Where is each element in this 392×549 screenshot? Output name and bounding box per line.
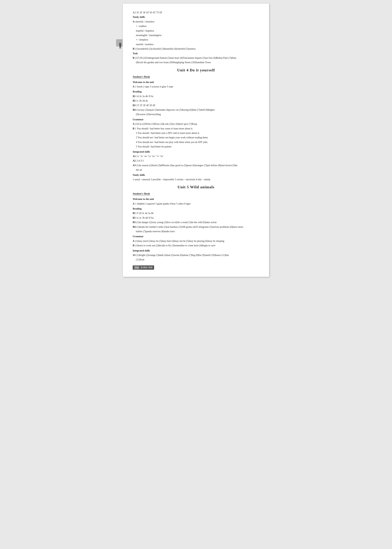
unit4-grammar-label: Grammar	[133, 118, 259, 121]
unit4-grammar-a-row: A (1)Cut (2)Write (3)Draw (4)Look (5)try…	[133, 122, 259, 126]
study-skills-b-label: B	[133, 48, 134, 50]
unit5-integrated-label: Integrated skills	[133, 249, 259, 253]
unit4-welcome-a-row: A 1 brush 2 tape 3 scissors 4 glue 5 rop…	[133, 85, 259, 89]
unit5-welcome-section: Welcome to the unit A 1 dolphin 2 squirr…	[133, 197, 259, 206]
page: 教材习题答案 A3 1F 2F 3F 4T 5F 6T 7T 8T Study …	[123, 4, 269, 277]
unit5-grammar-label: Grammar	[133, 235, 259, 238]
unit5-b3-row: B3 (1)in danger (2)very young (3)live on…	[133, 221, 259, 224]
unit5-students-book-wrapper: Student's Book	[133, 191, 259, 196]
unit4-integrated-section: Integrated skills A1 2✓ 3✓ 4✓ 5✓ 6✓ 7✓ 9…	[133, 150, 259, 172]
footer-bar: 204 新课标/译林	[133, 265, 154, 270]
unit4-study-skills2-text: 1 usual→unusual 2 possible→impossible 3 …	[133, 178, 259, 182]
task-b-label: B	[133, 57, 134, 59]
unit4-a3-text: (1)in season (2)fresh (3)different (4)as…	[136, 164, 237, 167]
study-skills-item-0: cheerful / cheerless	[135, 20, 154, 23]
unit4-study-skills2-section: Study skills 1 usual→unusual 2 possible→…	[133, 173, 259, 182]
unit5-b2-text: 1e 2c 3b 4d 5f 6a	[136, 216, 154, 219]
unit5-grammar-b-label: B	[133, 244, 134, 247]
unit4-reading-label: Reading	[133, 90, 259, 94]
unit4-students-book-wrapper: Student's Book	[133, 74, 259, 79]
task-b-row: B (1)7;30 (2)Underground Station (3)one …	[133, 56, 259, 60]
unit4-reading-section: Reading B1 1d 2e 3a 4b 5f 6c B2 1c 2b 3d…	[133, 90, 259, 116]
a3-line: A3 1F 2F 3F 4T 5F 6T 7T 8T	[133, 11, 259, 15]
unit5-b1-row: B1 1f 2d 3c 4e 5a 6b	[133, 211, 259, 215]
unit4-a3-text2: the air	[133, 168, 259, 172]
unit5-b4-text: (1)drank her mother's milk (2)eat bamboo…	[136, 226, 243, 228]
unit5-grammar-b-text: (1)learn to work out (2)decide to fly (3…	[135, 244, 216, 247]
unit4-welcome-section: Welcome to the unit A 1 brush 2 tape 3 s…	[133, 80, 259, 89]
unit4-b1-label: B1	[133, 95, 136, 98]
footer-page-num: 204	[134, 266, 140, 269]
unit5-grammar-a-row: A (1)may need (2)may be (3)may hurt (4)m…	[133, 239, 259, 243]
unit5-b3-label: B3	[133, 221, 136, 224]
unit5-b2-row: B2 1e 2c 3b 4d 5f 6a	[133, 216, 259, 220]
unit4-grammar-b-item-3: 4 You should not / had better not play w…	[133, 140, 259, 144]
unit5-welcome-a-text: 1 dolphin 2 squirrel 3 giant panda 4 bea…	[135, 202, 191, 205]
unit4-a2-label: A2	[133, 159, 136, 162]
unit4-b2-row: B2 1c 2b 3d 4a	[133, 99, 259, 103]
study-skills-item-2: hopeful / hopeless	[133, 29, 259, 33]
unit4-b4-text: (1)crazy (2)repair (3)mistake (4)power c…	[136, 108, 215, 111]
unit4-a2-row: A2 2-4-3-1	[133, 159, 259, 163]
unit5-b3-text: (1)in danger (2)very young (3)live on (4…	[136, 221, 217, 224]
unit5-integrated-section: Integrated skills A1 (1)bright (2)orange…	[133, 249, 259, 262]
unit4-students-book: Student's Book	[133, 75, 150, 78]
unit4-a1-label: A1	[133, 155, 136, 157]
unit4-grammar-b-row: B 1 You should / had better buy some to …	[133, 127, 259, 131]
unit4-b4-text2: (9)course (10)everything	[133, 113, 259, 116]
unit4-b2-label: B2	[133, 100, 136, 102]
unit4-grammar-a-label: A	[133, 123, 134, 125]
unit4-study-skills2-label: Study skills	[133, 173, 259, 177]
unit5-b1-text: 1f 2d 3c 4e 5a 6b	[136, 212, 154, 214]
unit4-a1-row: A1 2✓ 3✓ 4✓ 5✓ 6✓ 7✓ 9✓	[133, 154, 259, 158]
unit4-a2-text: 2-4-3-1	[136, 159, 144, 162]
unit5-reading-label: Reading	[133, 207, 259, 211]
unit4-grammar-b-item-0: 1 You should / had better buy some to le…	[135, 127, 193, 130]
sidebar-tab: 教材习题答案	[116, 39, 123, 46]
unit4-b4-row: B4 (1)crazy (2)repair (3)mistake (4)powe…	[133, 108, 259, 112]
unit4-welcome-a-text: 1 brush 2 tape 3 scissors 4 glue 5 rope	[135, 85, 173, 88]
study-skills-item-3: meaningful / meaningless	[133, 33, 259, 37]
top-section: A3 1F 2F 3F 4T 5F 6T 7T 8T Study skills …	[133, 11, 259, 64]
unit5-grammar-a-text: (1)may need (2)may be (3)may hurt (4)may…	[135, 240, 224, 242]
unit4-b3-label: B3	[133, 104, 136, 107]
unit4-b4-label: B4	[133, 108, 136, 111]
sidebar-text: 教材习题答案	[119, 41, 122, 45]
unit4-integrated-label: Integrated skills	[133, 150, 259, 154]
study-skills-item-1: × / endless	[133, 24, 259, 28]
unit5-welcome-label: Welcome to the unit	[133, 197, 259, 201]
unit5-b2-label: B2	[133, 216, 136, 219]
unit5-welcome-a-row: A 1 dolphin 2 squirrel 3 giant panda 4 b…	[133, 202, 259, 206]
unit4-title: Unit 4 Do it yourself	[133, 68, 259, 72]
unit5-title: Unit 5 Wild animals	[133, 185, 259, 189]
unit4-a1-text: 2✓ 3✓ 4✓ 5✓ 6✓ 7✓ 9✓	[136, 155, 164, 157]
unit5-welcome-a-label: A	[133, 202, 134, 205]
unit5-a1-text2: (12)fruit	[133, 258, 259, 262]
unit5-grammar-a-label: A	[133, 240, 134, 242]
unit4-grammar-b-label: B	[133, 127, 134, 130]
unit5-grammar-section: Grammar A (1)may need (2)may be (3)may h…	[133, 235, 259, 248]
unit5-a1-text: (1)bright (2)orange (3)dark (4)run (5)sw…	[136, 254, 229, 257]
unit4-welcome-a-label: A	[133, 85, 134, 88]
unit4-a3-label: A3	[133, 164, 136, 167]
unit5-b4-text2: babies (7)panda reserves (8)make laws	[133, 229, 259, 234]
unit5-b4-row: B4 (1)drank her mother's milk (2)eat bam…	[133, 225, 259, 229]
study-skills-a-row: A cheerful / cheerless	[133, 20, 259, 24]
unit5-reading-section: Reading B1 1f 2d 3c 4e 5a 6b B2 1e 2c 3b…	[133, 207, 259, 234]
unit4-b3-row: B3 1T 2T 3F 4F 5F 6F	[133, 104, 259, 107]
task-heading: Task	[133, 52, 259, 56]
footer-text: 新课标/译林	[140, 266, 153, 269]
unit4-b2-text: 1c 2b 3d 4a	[136, 100, 148, 102]
unit4-b3-text: 1T 2T 3F 4F 5F 6F	[136, 104, 155, 107]
study-skills-item-5: tasteful / tasteless	[133, 43, 259, 46]
unit4-welcome-label: Welcome to the unit	[133, 80, 259, 84]
study-skills-b-text: (1)wonderful (2)colourful (3)beautiful (…	[135, 48, 196, 50]
study-skills-heading: Study skills	[133, 15, 259, 19]
task-b-text2: (8)visit the garden and row boats (9)Wan…	[133, 61, 259, 64]
unit5-a1-label: A1	[133, 254, 136, 257]
study-skills-item-4: × / sleepless	[133, 38, 259, 42]
unit5-b1-label: B1	[133, 212, 136, 214]
unit4-grammar-a-text: (1)Cut (2)Write (3)Draw (4)Look (5)try (…	[135, 123, 197, 125]
unit4-grammar-b-item-4: 5 You should / had better be patient.	[133, 145, 259, 149]
unit4-grammar-section: Grammar A (1)Cut (2)Write (3)Draw (4)Loo…	[133, 118, 259, 149]
